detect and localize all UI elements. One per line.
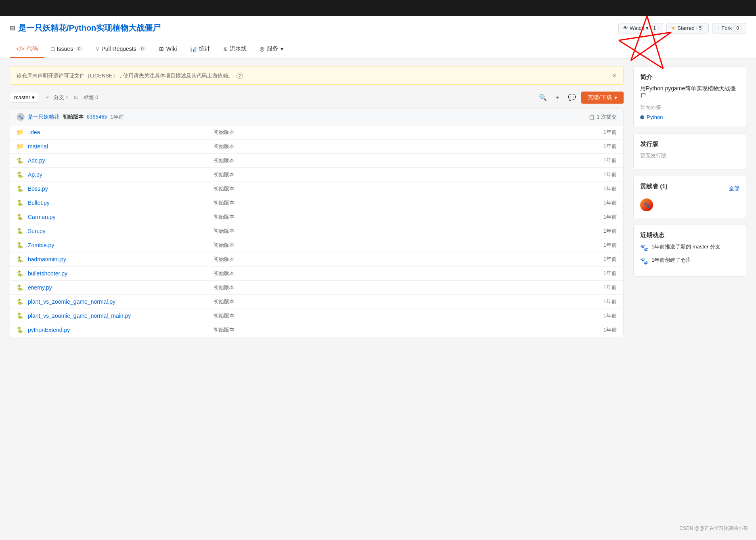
file-time: 1年前 — [584, 171, 617, 178]
file-time: 1年前 — [584, 199, 617, 206]
file-name[interactable]: Zombie.py — [28, 242, 214, 248]
pulls-icon: ⑂ — [96, 46, 99, 52]
tab-services[interactable]: ◎ 服务 ▾ — [253, 40, 290, 58]
fork-count: 0 — [733, 25, 742, 31]
tab-stats[interactable]: 📊 统计 — [183, 40, 217, 58]
file-time: 1年前 — [584, 242, 617, 249]
file-time: 1年前 — [584, 213, 617, 221]
tab-wiki-label: Wiki — [166, 46, 177, 52]
table-row: 🐍 enemy.py 初始版本 1年前 — [10, 281, 623, 295]
table-row: 🐍 badmanmini.py 初始版本 1年前 — [10, 252, 623, 267]
add-file-btn[interactable]: ＋ — [552, 91, 563, 104]
activity-item-2: 🐾 1年前创建了仓库 — [640, 256, 739, 265]
file-name[interactable]: Adc.py — [28, 157, 214, 164]
file-commit: 初始版本 — [214, 270, 584, 277]
repo-header: ⊟ 是一只妖精花/Python实现植物大战僵尸 👁 Watch ▾ 1 ★ St… — [0, 16, 756, 40]
commit-author[interactable]: 是一只妖精花 — [28, 113, 59, 121]
repo-main: 该仓库未声明开源许可证文件（LICENSE），使用请先关注具体项目描述及其代码上… — [10, 67, 624, 337]
contributors-all-link[interactable]: 全部 — [729, 185, 739, 192]
tab-code-label: 代码 — [27, 45, 38, 52]
branch-info: ⑂ 分支 1 🏷 标签 0 — [46, 94, 98, 101]
tags-count: 标签 0 — [84, 94, 98, 101]
clone-download-btn[interactable]: 克隆/下载 ▾ — [581, 92, 624, 104]
tab-pipeline[interactable]: ⧖ 流水线 — [217, 40, 253, 58]
help-icon[interactable]: ? — [237, 73, 243, 79]
file-name[interactable]: badmanmini.py — [28, 256, 214, 263]
file-name[interactable]: Bullet.py — [28, 200, 214, 206]
comment-btn[interactable]: 💬 — [566, 92, 578, 103]
tab-stats-label: 统计 — [199, 45, 210, 52]
contributors-title: 贡献者 (1) — [640, 183, 668, 190]
tab-pipeline-label: 流水线 — [230, 45, 247, 52]
branches-count: 分支 1 — [54, 94, 69, 101]
branch-right: 🔍 ＋ 💬 克隆/下载 ▾ — [537, 91, 624, 104]
code-icon: </> — [16, 46, 24, 52]
tag-icon: 🏷 — [73, 94, 79, 100]
fork-label: Fork — [721, 25, 732, 31]
contributor-avatar[interactable]: 🐾 — [640, 198, 653, 211]
file-time: 1年前 — [584, 326, 617, 334]
top-bar — [0, 0, 756, 16]
activity-text-1: 1年前推送了新的 master 分支 — [651, 243, 720, 250]
table-row: 🐍 plant_vs_zoomie_game_normal.py 初始版本 1年… — [10, 295, 623, 309]
folder-icon: 📁 — [17, 143, 25, 150]
warning-text: 该仓库未声明开源许可证文件（LICENSE），使用请先关注具体项目描述及其代码上… — [17, 72, 243, 79]
search-icon-btn[interactable]: 🔍 — [537, 92, 549, 103]
file-name[interactable]: enemy.py — [28, 284, 214, 291]
eye-icon: 👁 — [623, 25, 628, 31]
tab-wiki[interactable]: ⊞ Wiki — [153, 40, 183, 58]
commit-message: 初始版本 — [63, 113, 84, 121]
pulls-badge: 0 — [139, 46, 146, 51]
tab-pulls[interactable]: ⑂ Pull Requests 0 — [89, 40, 153, 58]
tab-pulls-label: Pull Requests — [101, 46, 136, 52]
file-name[interactable]: Boss.py — [28, 186, 214, 192]
file-name[interactable]: .idea — [28, 129, 214, 136]
language-info: Python — [640, 114, 739, 120]
python-file-icon: 🐍 — [17, 157, 25, 164]
repo-actions: 👁 Watch ▾ 1 ★ Starred 5 ⑂ Fork 0 — [618, 23, 746, 33]
tab-issues[interactable]: □ Issues 0 — [44, 40, 89, 58]
branch-bar: master ▾ ⑂ 分支 1 🏷 标签 0 🔍 ＋ 💬 克隆/下载 ▾ — [10, 91, 624, 104]
close-icon[interactable]: ✕ — [612, 72, 617, 79]
file-name[interactable]: bulletshooter.py — [28, 270, 214, 277]
python-file-icon: 🐍 — [17, 228, 25, 234]
python-file-icon: 🐍 — [17, 214, 25, 220]
watch-label: Watch — [630, 25, 644, 31]
issues-badge: 0 — [75, 46, 83, 51]
tab-code[interactable]: </> 代码 — [10, 40, 44, 58]
commit-bar-left: 🐾 是一只妖精花 初始版本 8395465 1年前 — [17, 113, 124, 121]
warning-msg: 该仓库未声明开源许可证文件（LICENSE），使用请先关注具体项目描述及其代码上… — [17, 72, 233, 79]
commit-bar: 🐾 是一只妖精花 初始版本 8395465 1年前 📋 1 次提交 — [10, 109, 623, 125]
file-name[interactable]: plant_vs_zoomie_game_normal.py — [28, 298, 214, 305]
contributors-section: 贡献者 (1) 全部 🐾 — [633, 176, 746, 218]
python-file-icon: 🐍 — [17, 313, 25, 319]
nav-tabs: </> 代码 □ Issues 0 ⑂ Pull Requests 0 ⊞ Wi… — [0, 40, 756, 58]
author-avatar: 🐾 — [17, 113, 25, 121]
activity-section: 近期动态 🐾 1年前推送了新的 master 分支 🐾 1年前创建了仓库 — [633, 225, 746, 277]
file-name[interactable]: plant_vs_zoomie_game_normal_main.py — [28, 313, 214, 319]
file-name[interactable]: Ap.py — [28, 171, 214, 178]
wiki-icon: ⊞ — [159, 46, 164, 52]
file-name[interactable]: pythonExtend.py — [28, 327, 214, 333]
main-content: 该仓库未声明开源许可证文件（LICENSE），使用请先关注具体项目描述及其代码上… — [0, 58, 756, 345]
fork-button[interactable]: ⑂ Fork 0 — [712, 23, 746, 33]
file-name[interactable]: Sun.py — [28, 228, 214, 234]
table-row: 📁 material 初始版本 1年前 — [10, 140, 623, 154]
file-list: 📁 .idea 初始版本 1年前 📁 material 初始版本 1年前 🐍 A… — [10, 125, 623, 337]
repo-full-title[interactable]: 是一只妖精花/Python实现植物大战僵尸 — [18, 23, 161, 33]
branch-select[interactable]: master ▾ — [10, 92, 39, 103]
file-table: 🐾 是一只妖精花 初始版本 8395465 1年前 📋 1 次提交 📁 .ide… — [10, 108, 624, 337]
file-name[interactable]: Carman.py — [28, 214, 214, 220]
activity-text-2: 1年前创建了仓库 — [651, 256, 691, 264]
file-commit: 初始版本 — [214, 256, 584, 263]
python-file-icon: 🐍 — [17, 200, 25, 206]
star-button[interactable]: ★ Starred 5 — [666, 23, 709, 33]
language-name[interactable]: Python — [647, 114, 663, 120]
commit-hash[interactable]: 8395465 — [87, 114, 107, 120]
pipeline-icon: ⧖ — [223, 46, 227, 52]
file-commit: 初始版本 — [214, 312, 584, 319]
chevron-icon: ▾ — [646, 25, 649, 31]
file-name[interactable]: material — [28, 143, 214, 150]
intro-title: 简介 — [640, 73, 739, 81]
watch-button[interactable]: 👁 Watch ▾ 1 — [618, 23, 663, 33]
